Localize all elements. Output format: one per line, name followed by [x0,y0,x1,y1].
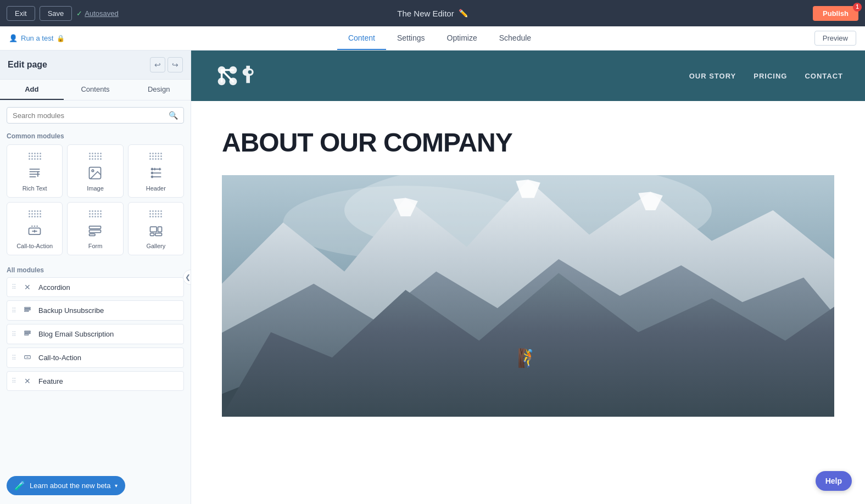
autosaved-status: ✓ Autosaved [76,9,118,18]
page-title: The New Editor [397,9,454,18]
nav-tabs: Content Settings Optimize Schedule [337,27,542,50]
help-button[interactable]: Help [816,471,852,491]
nav-pricing[interactable]: PRICING [754,72,787,80]
svg-rect-3 [90,226,101,229]
list-item-backup-unsubscribe[interactable]: ⠿ Backup Unsubscribe [7,300,184,321]
tab-schedule[interactable]: Schedule [488,27,542,50]
all-modules-list: All modules ⠿ ✕ Accordion ⠿ Backup Unsub… [0,262,191,504]
backup-unsubscribe-icon [22,306,33,315]
drag-dots-form [89,210,102,217]
module-card-header[interactable]: Header [128,144,184,198]
drag-handle: ⠿ [12,377,16,385]
drag-handle: ⠿ [12,354,16,362]
call-to-action-list-icon [22,353,33,362]
svg-line-38 [529,362,531,372]
mountain-scene [222,175,834,417]
site-header: OUR STORY PRICING CONTACT [191,51,865,101]
tab-content[interactable]: Content [337,27,386,50]
svg-point-34 [525,333,531,340]
feature-icon: ✕ [22,377,33,385]
sidebar-tab-contents[interactable]: Contents [64,80,127,100]
sidebar-tab-add[interactable]: Add [0,80,64,100]
drag-dots-image [89,153,102,160]
nav-contact[interactable]: CONTACT [805,72,843,80]
common-modules-label: Common modules [0,130,191,144]
search-input[interactable] [13,111,164,120]
module-card-label-gallery: Gallery [146,243,165,249]
drag-dots-cta [29,210,41,217]
svg-rect-32 [526,339,530,351]
svg-rect-5 [90,234,96,236]
module-list-label-cta: Call-to-Action [38,354,81,362]
module-card-rich-text[interactable]: Rich Text [7,144,63,198]
topbar-center: The New Editor ✏️ [397,9,467,18]
tab-settings[interactable]: Settings [386,27,436,50]
drag-handle: ⠿ [12,283,16,291]
module-card-label-header: Header [146,185,166,192]
svg-rect-4 [90,230,101,233]
drag-dots-rich-text [29,153,41,160]
svg-line-37 [525,362,527,372]
module-card-form[interactable]: Form [67,202,123,255]
svg-rect-13 [25,331,31,332]
all-modules-label: All modules [7,262,184,277]
svg-marker-31 [222,406,834,417]
preview-button[interactable]: Preview [814,31,856,46]
tab-optimize[interactable]: Optimize [436,27,488,50]
edit-title-icon[interactable]: ✏️ [459,9,468,18]
cta-icon [27,223,42,238]
topbar-right: Publish 1 [813,6,858,21]
beta-bar[interactable]: 🧪 Learn about the new beta ▾ [7,476,125,495]
topbar: Exit Save ✓ Autosaved The New Editor ✏️ … [0,0,865,26]
module-card-cta[interactable]: Call-to-Action [7,202,63,255]
content-area: ABOUT OUR COMPANY [191,101,865,417]
svg-rect-9 [155,233,162,236]
main-layout: Edit page ↩ ↪ ❮❮ Add Contents Design 🔍 C… [0,51,865,504]
svg-rect-33 [526,351,530,362]
nav-our-story[interactable]: OUR STORY [689,72,736,80]
canvas-inner: OUR STORY PRICING CONTACT ABOUT OUR COMP… [191,51,865,504]
list-item-feature[interactable]: ⠿ ✕ Feature [7,371,184,391]
list-item-accordion[interactable]: ⠿ ✕ Accordion [7,277,184,297]
accordion-icon: ✕ [22,283,33,292]
svg-line-35 [517,334,526,344]
lock-icon: 🔒 [57,35,65,42]
publish-button[interactable]: Publish 1 [813,6,858,21]
rich-text-icon [27,165,42,181]
svg-rect-12 [25,311,29,312]
sidebar-tab-design[interactable]: Design [127,80,191,100]
svg-point-20 [218,66,226,74]
redo-button[interactable]: ↪ [168,57,183,72]
secondbar: 👤 Run a test 🔒 Content Settings Optimize… [0,26,865,51]
hubspot-sprocket-icon [236,62,264,89]
list-item-blog-email[interactable]: ⠿ Blog Email Subscription [7,324,184,344]
topbar-left: Exit Save ✓ Autosaved [7,6,119,21]
exit-button[interactable]: Exit [7,6,35,21]
svg-rect-15 [25,334,29,335]
undo-button[interactable]: ↩ [150,57,165,72]
svg-marker-30 [222,345,834,417]
site-logo [213,61,264,90]
edit-page-title: Edit page [8,60,47,70]
svg-rect-10 [25,307,31,309]
publish-badge: 1 [853,3,862,12]
common-modules-grid: Rich Text Image [0,144,191,262]
module-list-label-backup: Backup Unsubscribe [38,306,104,315]
figure-silhouette [517,333,539,372]
list-item-call-to-action[interactable]: ⠿ Call-to-Action [7,348,184,368]
drag-dots-header [149,153,162,160]
run-test-button[interactable]: 👤 Run a test 🔒 [9,34,65,42]
module-list-label-blog-email: Blog Email Subscription [38,330,114,338]
module-card-label-image: Image [87,185,104,192]
module-card-image[interactable]: Image [67,144,123,198]
hero-image [222,175,834,417]
module-card-label-form: Form [88,243,103,249]
search-row: 🔍 [0,100,191,130]
save-button[interactable]: Save [40,6,72,21]
form-icon [87,223,103,238]
svg-line-36 [530,334,539,344]
module-card-gallery[interactable]: Gallery [128,202,184,255]
blog-email-icon [22,329,33,339]
search-box[interactable]: 🔍 [7,107,184,124]
mountain-svg [222,175,834,417]
